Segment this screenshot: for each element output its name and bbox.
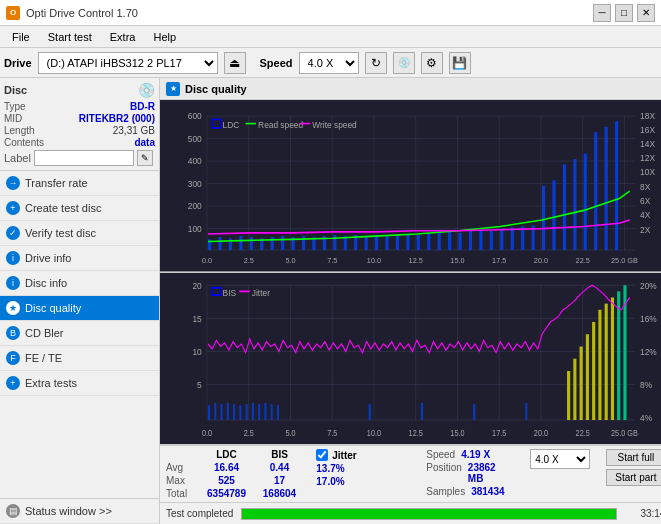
svg-text:600: 600 (188, 111, 202, 121)
nav-icon-drive-info: i (6, 251, 20, 265)
disc-section: Disc 💿 Type BD-R MID RITEKBR2 (000) Leng… (0, 78, 159, 171)
nav-verify-test-disc[interactable]: ✓ Verify test disc (0, 221, 159, 246)
window-controls: ─ □ ✕ (593, 4, 655, 22)
nav-items: → Transfer rate + Create test disc ✓ Ver… (0, 171, 159, 498)
disc-header-label: Disc (4, 84, 27, 96)
svg-text:7.5: 7.5 (327, 256, 337, 265)
nav-disc-info[interactable]: i Disc info (0, 271, 159, 296)
nav-transfer-rate[interactable]: → Transfer rate (0, 171, 159, 196)
drive-select[interactable]: (D:) ATAPI iHBS312 2 PL17 (38, 52, 218, 74)
mid-key: MID (4, 113, 22, 124)
nav-fe-te[interactable]: F FE / TE (0, 346, 159, 371)
svg-text:5: 5 (197, 379, 202, 390)
bottom-status-bar: Test completed 33:14 (160, 502, 661, 524)
total-ldc: 6354789 (204, 488, 249, 499)
svg-rect-70 (406, 234, 409, 250)
time-display: 33:14 (625, 508, 661, 519)
nav-label-transfer-rate: Transfer rate (25, 177, 88, 189)
label-input[interactable] (34, 150, 134, 166)
stats-section: LDC BIS Avg 16.64 0.44 Max 525 17 Total … (160, 445, 661, 502)
svg-rect-76 (469, 231, 472, 250)
svg-rect-137 (239, 405, 241, 420)
svg-rect-63 (333, 235, 336, 250)
avg-bis: 0.44 (257, 462, 302, 473)
speed-setting-select[interactable]: 4.0 X (530, 449, 590, 469)
nav-disc-quality[interactable]: ★ Disc quality (0, 296, 159, 321)
refresh-speed-button[interactable]: ↻ (365, 52, 387, 74)
menu-start-test[interactable]: Start test (40, 29, 100, 45)
svg-rect-85 (563, 164, 566, 250)
svg-rect-54 (239, 236, 242, 250)
settings-button[interactable]: ⚙ (421, 52, 443, 74)
max-jitter: 17.0% (316, 476, 406, 487)
sidebar-bottom: ▤ Status window >> (0, 498, 159, 524)
svg-text:15.0: 15.0 (450, 256, 464, 265)
jitter-label: Jitter (332, 450, 356, 461)
drive-bar: Drive (D:) ATAPI iHBS312 2 PL17 ⏏ Speed … (0, 48, 661, 78)
menu-extra[interactable]: Extra (102, 29, 144, 45)
svg-text:16X: 16X (640, 125, 655, 135)
save-button[interactable]: 💾 (449, 52, 471, 74)
svg-rect-77 (479, 230, 482, 250)
nav-icon-disc-quality: ★ (6, 301, 20, 315)
svg-rect-144 (369, 404, 371, 420)
svg-text:4%: 4% (640, 412, 652, 423)
svg-rect-133 (214, 402, 216, 419)
svg-text:8X: 8X (640, 182, 651, 192)
svg-rect-141 (264, 402, 266, 419)
svg-text:300: 300 (188, 179, 202, 189)
speed-label: Speed (260, 57, 293, 69)
svg-rect-78 (490, 231, 493, 250)
jitter-checkbox[interactable] (316, 449, 328, 461)
svg-rect-147 (525, 402, 527, 419)
speed-select[interactable]: 4.0 X 8.0 X Max (299, 52, 359, 74)
menu-file[interactable]: File (4, 29, 38, 45)
nav-create-test-disc[interactable]: + Create test disc (0, 196, 159, 221)
nav-label-extra-tests: Extra tests (25, 377, 77, 389)
svg-text:12.5: 12.5 (409, 428, 424, 438)
svg-text:2.5: 2.5 (244, 428, 255, 438)
start-full-button[interactable]: Start full (606, 449, 661, 466)
svg-rect-156 (617, 291, 620, 420)
svg-text:Write speed: Write speed (312, 120, 357, 130)
svg-rect-68 (385, 236, 388, 250)
minimize-button[interactable]: ─ (593, 4, 611, 22)
nav-drive-info[interactable]: i Drive info (0, 246, 159, 271)
eject-button[interactable]: ⏏ (224, 52, 246, 74)
svg-rect-80 (511, 228, 514, 251)
app-icon: O (6, 6, 20, 20)
progress-bar (241, 508, 617, 520)
svg-text:2X: 2X (640, 225, 651, 235)
disc-quality-icon: ★ (166, 82, 180, 96)
nav-icon-disc-info: i (6, 276, 20, 290)
nav-cd-bler[interactable]: B CD Bler (0, 321, 159, 346)
svg-text:400: 400 (188, 156, 202, 166)
disc-button[interactable]: 💿 (393, 52, 415, 74)
start-part-button[interactable]: Start part (606, 469, 661, 486)
nav-icon-create-test-disc: + (6, 201, 20, 215)
svg-text:16%: 16% (640, 313, 657, 324)
svg-text:6X: 6X (640, 196, 651, 206)
chart2-svg: 20 15 10 5 20% 16% 12% 8% 4% 0.0 2.5 5.0 (160, 273, 661, 445)
svg-rect-69 (396, 235, 399, 250)
svg-rect-81 (521, 226, 524, 250)
svg-text:17.5: 17.5 (492, 256, 506, 265)
svg-rect-151 (586, 334, 589, 420)
nav-icon-cd-bler: B (6, 326, 20, 340)
menu-help[interactable]: Help (145, 29, 184, 45)
max-bis: 17 (257, 475, 302, 486)
title-bar: O Opti Drive Control 1.70 ─ □ ✕ (0, 0, 661, 26)
svg-text:Read speed: Read speed (258, 120, 303, 130)
svg-rect-71 (417, 235, 420, 250)
svg-rect-67 (375, 235, 378, 250)
nav-extra-tests[interactable]: + Extra tests (0, 371, 159, 396)
svg-text:100: 100 (188, 224, 202, 234)
disc-icon: 💿 (138, 82, 155, 98)
label-key: Label (4, 152, 31, 164)
label-edit-button[interactable]: ✎ (137, 150, 153, 166)
svg-text:10.0: 10.0 (367, 428, 382, 438)
close-button[interactable]: ✕ (637, 4, 655, 22)
status-window-button[interactable]: ▤ Status window >> (0, 499, 159, 524)
nav-label-fe-te: FE / TE (25, 352, 62, 364)
maximize-button[interactable]: □ (615, 4, 633, 22)
